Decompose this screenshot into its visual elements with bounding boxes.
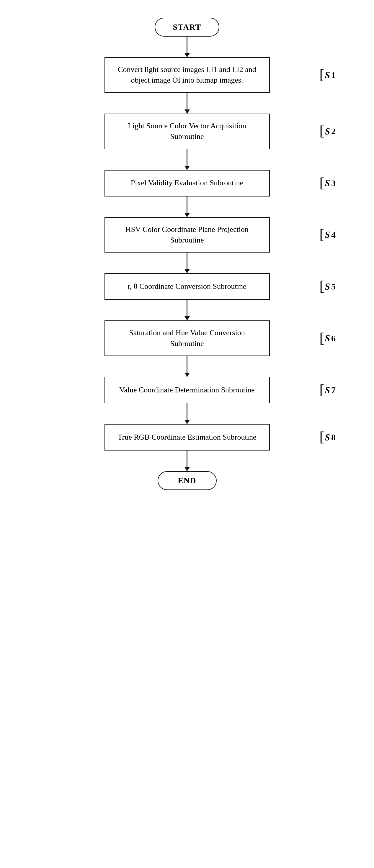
step-7-box: Value Coordinate Determination Subroutin… xyxy=(105,377,270,403)
step-number-4: 4 xyxy=(331,230,336,240)
bracket-left-7: [ xyxy=(319,382,324,397)
arrow-8 xyxy=(186,451,188,471)
step-5-wrapper: r, θ Coordinate Conversion Subroutine [ … xyxy=(0,273,374,300)
bracket-left-1: [ xyxy=(319,67,324,82)
s-symbol-5: S xyxy=(325,281,330,292)
bracket-left-8: [ xyxy=(319,430,324,444)
step-8-label: [ S 8 xyxy=(319,430,336,444)
s-symbol-2: S xyxy=(325,126,330,137)
step-number-6: 6 xyxy=(331,333,336,343)
arrow-5 xyxy=(186,300,188,320)
step-2-box: Light Source Color Vector Acquisition Su… xyxy=(105,114,270,149)
step-7-wrapper: Value Coordinate Determination Subroutin… xyxy=(0,377,374,403)
step-4-box: HSV Color Coordinate Plane Projection Su… xyxy=(105,217,270,253)
step-6-label: [ S 6 xyxy=(319,331,336,345)
step-1-wrapper: Convert light source images LI1 and LI2 … xyxy=(0,57,374,93)
step-4-wrapper: HSV Color Coordinate Plane Projection Su… xyxy=(0,217,374,253)
bracket-left-2: [ xyxy=(319,124,324,138)
arrow-6 xyxy=(186,356,188,377)
step-3-wrapper: Pixel Validity Evaluation Subroutine [ S… xyxy=(0,170,374,196)
step-5-box: r, θ Coordinate Conversion Subroutine xyxy=(105,273,270,300)
step-3-box: Pixel Validity Evaluation Subroutine xyxy=(105,170,270,196)
flowchart: START Convert light source images LI1 an… xyxy=(0,0,374,868)
s-symbol-1: S xyxy=(325,70,330,81)
step-1-box: Convert light source images LI1 and LI2 … xyxy=(105,57,270,93)
s-symbol-8: S xyxy=(325,432,330,443)
step-2-label: [ S 2 xyxy=(319,124,336,138)
s-symbol-4: S xyxy=(325,229,330,240)
step-number-3: 3 xyxy=(331,178,336,188)
arrow-4 xyxy=(186,253,188,273)
step-8-box: True RGB Coordinate Estimation Subroutin… xyxy=(105,424,270,451)
step-6-box: Saturation and Hue Value Conversion Subr… xyxy=(105,320,270,356)
start-terminal: START xyxy=(155,18,219,37)
bracket-left-6: [ xyxy=(319,331,324,345)
bracket-left-4: [ xyxy=(319,227,324,241)
bracket-left-3: [ xyxy=(319,176,324,190)
step-3-label: [ S 3 xyxy=(319,176,336,190)
s-symbol-7: S xyxy=(325,385,330,396)
step-1-label: [ S 1 xyxy=(319,68,336,82)
step-number-2: 2 xyxy=(331,126,336,136)
step-8-wrapper: True RGB Coordinate Estimation Subroutin… xyxy=(0,424,374,451)
step-number-5: 5 xyxy=(331,281,336,291)
arrow-2 xyxy=(186,149,188,170)
arrow-3 xyxy=(186,196,188,217)
s-symbol-6: S xyxy=(325,333,330,344)
end-terminal: END xyxy=(157,471,217,490)
s-symbol-3: S xyxy=(325,178,330,189)
step-5-label: [ S 5 xyxy=(319,279,336,293)
step-4-label: [ S 4 xyxy=(319,228,336,242)
step-6-wrapper: Saturation and Hue Value Conversion Subr… xyxy=(0,320,374,356)
bracket-left-5: [ xyxy=(319,279,324,293)
step-number-8: 8 xyxy=(331,432,336,442)
step-number-1: 1 xyxy=(331,70,336,80)
arrow-0 xyxy=(186,37,188,57)
step-number-7: 7 xyxy=(331,385,336,395)
step-7-label: [ S 7 xyxy=(319,383,336,397)
arrow-1 xyxy=(186,93,188,114)
arrow-7 xyxy=(186,403,188,424)
step-2-wrapper: Light Source Color Vector Acquisition Su… xyxy=(0,114,374,149)
